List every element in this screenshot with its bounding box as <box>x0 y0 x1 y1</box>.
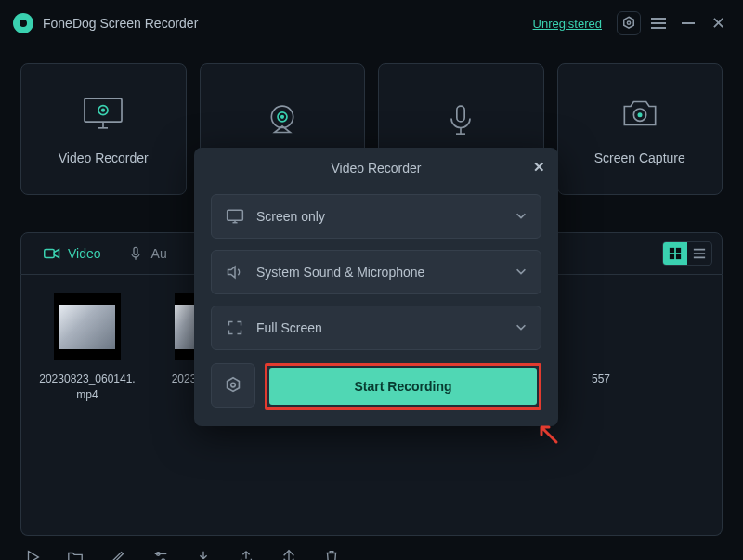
start-recording-highlight: Start Recording <box>265 363 541 410</box>
chevron-down-icon <box>515 320 528 336</box>
svg-point-5 <box>101 109 105 112</box>
popup-header: Video Recorder ✕ <box>194 148 558 189</box>
folder-button[interactable] <box>63 545 87 560</box>
library-file[interactable]: 20230823_060141.mp4 <box>36 293 138 403</box>
edit-button[interactable] <box>106 545 130 560</box>
monitor-icon <box>225 206 245 227</box>
fullscreen-icon <box>225 318 245 338</box>
dropdown-label: System Sound & Microphone <box>256 265 515 280</box>
popup-settings-button[interactable] <box>211 363 255 408</box>
svg-point-13 <box>637 112 642 117</box>
svg-rect-18 <box>676 248 681 253</box>
list-view-button[interactable] <box>687 242 711 265</box>
svg-point-0 <box>627 21 630 24</box>
play-button[interactable] <box>20 545 45 560</box>
speaker-icon <box>225 262 245 282</box>
library-file[interactable]: 557 <box>573 293 629 387</box>
popup-close-button[interactable]: ✕ <box>528 157 549 177</box>
tab-label: Au <box>151 246 167 261</box>
grid-view-button[interactable] <box>663 242 687 265</box>
dropdown-label: Screen only <box>256 209 515 224</box>
title-bar: FoneDog Screen Recorder Unregistered ✕ <box>0 0 743 46</box>
svg-rect-14 <box>45 250 55 258</box>
mode-screen-capture[interactable]: Screen Capture <box>557 63 723 195</box>
svg-rect-15 <box>134 247 137 254</box>
menu-button[interactable] <box>646 11 671 35</box>
tab-label: Video <box>68 246 101 261</box>
minimize-button[interactable] <box>676 11 700 35</box>
video-icon <box>44 246 60 261</box>
app-logo-icon <box>13 13 33 33</box>
svg-rect-19 <box>670 254 674 259</box>
tab-video[interactable]: Video <box>31 233 114 274</box>
source-dropdown[interactable]: Screen only <box>211 194 541 239</box>
file-thumbnail <box>54 293 121 360</box>
camera-icon <box>617 93 663 134</box>
view-mode-switch <box>662 241 712 266</box>
audio-dropdown[interactable]: System Sound & Microphone <box>211 250 541 294</box>
area-dropdown[interactable]: Full Screen <box>211 306 541 350</box>
svg-rect-9 <box>457 106 464 122</box>
svg-point-32 <box>231 383 236 387</box>
app-window: { "titlebar":{ "app_name":"FoneDog Scree… <box>0 0 743 560</box>
share-button[interactable] <box>234 545 258 560</box>
video-recorder-popup: Video Recorder ✕ Screen only System Soun… <box>194 148 558 426</box>
microphone-icon <box>127 246 144 261</box>
webcam-icon <box>259 100 306 141</box>
mode-label: Screen Capture <box>594 150 685 165</box>
file-name: 557 <box>573 371 629 387</box>
svg-rect-29 <box>228 210 243 220</box>
mode-video-recorder[interactable]: Video Recorder <box>20 63 187 195</box>
download-button[interactable] <box>191 545 215 560</box>
popup-title: Video Recorder <box>331 161 421 176</box>
chevron-down-icon <box>515 265 528 280</box>
mode-label: Video Recorder <box>59 150 149 165</box>
dropdown-label: Full Screen <box>256 320 515 335</box>
tab-audio[interactable]: Au <box>114 233 180 274</box>
sliders-button[interactable] <box>149 545 173 560</box>
monitor-icon <box>80 93 126 134</box>
microphone-icon <box>437 100 484 141</box>
chevron-down-icon <box>515 209 528 225</box>
start-recording-button[interactable]: Start Recording <box>269 368 537 405</box>
delete-button[interactable] <box>319 545 344 560</box>
file-name: 20230823_060141.mp4 <box>36 371 138 403</box>
bottom-toolbar <box>0 536 743 560</box>
svg-point-8 <box>280 115 284 119</box>
svg-rect-17 <box>670 248 674 253</box>
app-title: FoneDog Screen Recorder <box>43 16 198 31</box>
convert-button[interactable] <box>277 545 301 560</box>
settings-button[interactable] <box>617 11 641 35</box>
svg-rect-20 <box>676 254 681 259</box>
close-button[interactable]: ✕ <box>706 11 730 35</box>
unregistered-link[interactable]: Unregistered <box>533 17 602 31</box>
